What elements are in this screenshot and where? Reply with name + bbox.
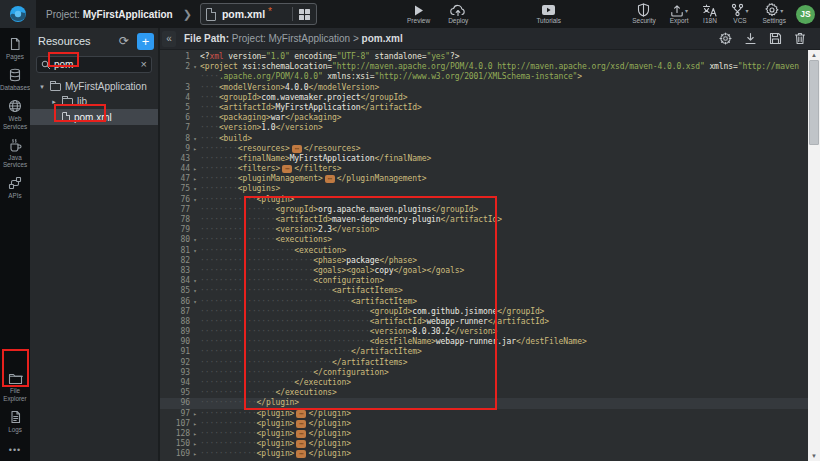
i18n-button[interactable]: I18N — [698, 3, 721, 25]
export-button[interactable]: ▾Export — [666, 3, 693, 25]
sidebar-item-pages[interactable]: Pages — [0, 33, 30, 64]
fold-open-icon[interactable]: ▾ — [190, 134, 200, 144]
fold-open-icon[interactable]: ▾ — [190, 297, 200, 307]
fold-gutter — [190, 388, 200, 398]
file-path-project: Project: MyFirstApplication > — [232, 33, 359, 44]
line-number: 96 — [160, 398, 190, 408]
caret-right-icon[interactable]: ▸ — [50, 98, 58, 106]
grid-view-icon[interactable] — [299, 9, 310, 20]
editor-scrollbar[interactable]: ▲ ▼ — [808, 50, 820, 461]
folded-region-widget[interactable]: ⋯ — [325, 175, 335, 183]
line-number: 80 — [160, 235, 190, 245]
project-breadcrumb: Project: MyFirstApplication — [46, 9, 173, 20]
folded-region-widget[interactable]: ⋯ — [296, 430, 306, 438]
user-avatar[interactable]: JS — [796, 5, 815, 24]
tree-item-pom-xml[interactable]: pom.xml — [30, 109, 158, 125]
code-line: 47▸········<pluginManagement>⋯</pluginMa… — [160, 174, 808, 184]
sidebar-overflow-button[interactable]: ••• — [9, 437, 21, 461]
fold-closed-icon[interactable]: ▸ — [190, 429, 200, 439]
tab-pom-xml[interactable]: pom.xml * — [200, 3, 317, 25]
fold-closed-icon[interactable]: ▸ — [190, 174, 200, 184]
line-number: 91 — [160, 347, 190, 357]
action-label: Tutorials — [536, 18, 561, 25]
file-settings-icon[interactable] — [719, 32, 732, 45]
scroll-down-icon[interactable]: ▼ — [811, 451, 817, 461]
fold-open-icon[interactable]: ▾ — [190, 276, 200, 286]
fold-gutter — [190, 307, 200, 317]
download-icon[interactable] — [744, 32, 757, 45]
add-resource-button[interactable]: + — [137, 33, 154, 50]
folded-region-widget[interactable]: ⋯ — [296, 450, 306, 458]
tree-item-lib[interactable]: ▸lib — [30, 94, 158, 109]
file-icon — [62, 112, 70, 122]
sidebar-top: PagesDatabasesWeb ServicesJava ServicesA… — [0, 33, 30, 204]
folded-region-widget[interactable]: ⋯ — [282, 165, 292, 173]
tutorials-button[interactable]: Tutorials — [532, 3, 565, 25]
fold-gutter — [190, 358, 200, 368]
folded-region-widget[interactable]: ⋯ — [296, 420, 306, 428]
code-line: 128▸············<plugin>⋯</plugin> — [160, 429, 808, 439]
line-number: 82 — [160, 256, 190, 266]
caret-down-icon[interactable]: ▾ — [38, 83, 46, 91]
refresh-icon[interactable]: ⟳ — [115, 34, 133, 48]
fold-open-icon[interactable]: ▾ — [190, 246, 200, 256]
sidebar-item-apis[interactable]: APIs — [0, 172, 30, 203]
fold-open-icon[interactable]: ▾ — [190, 184, 200, 194]
preview-button[interactable]: Preview — [403, 3, 434, 25]
code-text: ············<plugin> — [200, 195, 808, 205]
fold-closed-icon[interactable]: ▸ — [190, 439, 200, 449]
fold-closed-icon[interactable]: ▸ — [190, 419, 200, 429]
search-input[interactable] — [54, 59, 138, 70]
code-editor[interactable]: 1<?xml version="1.0" encoding="UTF-8" st… — [160, 50, 820, 461]
fold-gutter — [190, 123, 200, 133]
delete-icon[interactable] — [794, 32, 806, 45]
fold-closed-icon[interactable]: ▸ — [190, 164, 200, 174]
scroll-up-icon[interactable]: ▲ — [811, 50, 817, 60]
code-line: 97▸············<plugin>⋯</plugin> — [160, 409, 808, 419]
modified-indicator: * — [268, 6, 272, 17]
file-path-file: pom.xml — [362, 33, 403, 44]
sidebar-item-web-services[interactable]: Web Services — [0, 95, 30, 133]
fold-closed-icon[interactable]: ▸ — [190, 449, 200, 459]
code-line: 91································</arti… — [160, 347, 808, 357]
folded-region-widget[interactable]: ⋯ — [296, 440, 306, 448]
resources-panel: Resources ⟳ + × ▾MyFirstApplication▸libp… — [30, 28, 160, 461]
line-number: 75 — [160, 184, 190, 194]
tree-item-myfirstapplication[interactable]: ▾MyFirstApplication — [30, 79, 158, 94]
fold-open-icon[interactable]: ▾ — [190, 195, 200, 205]
wavemaker-logo[interactable] — [0, 0, 36, 28]
breadcrumb-chevron-icon: ❯ — [183, 8, 192, 21]
vcs-button[interactable]: ▾VCS — [727, 3, 752, 25]
folded-region-widget[interactable]: ⋯ — [296, 410, 306, 418]
security-button[interactable]: Security — [628, 3, 659, 25]
code-line: 90····································<d… — [160, 337, 808, 347]
fold-open-icon[interactable]: ▾ — [190, 286, 200, 296]
java-services-icon — [8, 138, 22, 152]
code-text: <?xml version="1.0" encoding="UTF-8" sta… — [200, 52, 808, 62]
code-line: 87····································<g… — [160, 307, 808, 317]
code-line: 88····································<a… — [160, 317, 808, 327]
tree-item-label: MyFirstApplication — [65, 81, 147, 92]
code-text: ····<artifactId>MyFirstApplication</arti… — [200, 103, 808, 113]
sidebar-item-logs[interactable]: Logs — [0, 406, 30, 437]
sidebar-item-file-explorer[interactable]: File Explorer — [0, 368, 30, 405]
folded-region-widget[interactable]: ⋯ — [292, 145, 302, 153]
action-label: VCS — [733, 18, 746, 25]
line-number: 2 — [160, 62, 190, 72]
folder-icon — [62, 98, 73, 106]
scrollbar-thumb[interactable] — [809, 60, 819, 145]
fold-closed-icon[interactable]: ▸ — [190, 409, 200, 419]
settings-button[interactable]: ▾Settings — [759, 3, 791, 25]
code-text: ········<filters>⋯</filters> — [200, 164, 808, 174]
sidebar-item-java-services[interactable]: Java Services — [0, 134, 30, 172]
fold-open-icon[interactable]: ▾ — [190, 235, 200, 245]
fold-open-icon[interactable]: ▾ — [190, 62, 200, 72]
line-number: 43 — [160, 154, 190, 164]
deploy-button[interactable]: Deploy — [444, 3, 472, 25]
line-number: 81 — [160, 246, 190, 256]
save-icon[interactable] — [769, 32, 782, 45]
fold-closed-icon[interactable]: ▸ — [190, 144, 200, 154]
collapse-panel-button[interactable]: « — [162, 31, 176, 47]
clear-search-icon[interactable]: × — [141, 59, 147, 70]
sidebar-item-databases[interactable]: Databases — [0, 64, 30, 95]
